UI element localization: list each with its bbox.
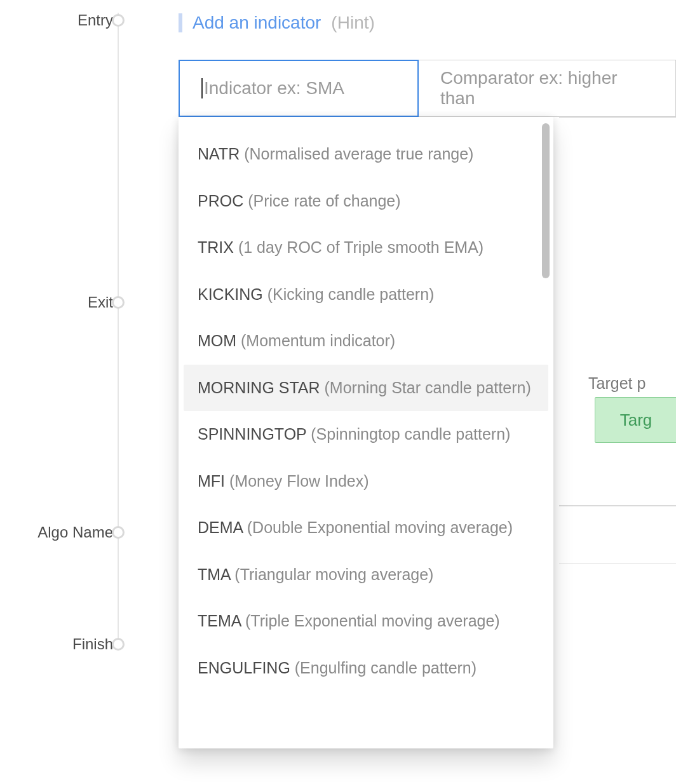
dropdown-item[interactable]: ENGULFING (Engulfing candle pattern)	[179, 645, 553, 692]
condition-inputs-row: Indicator ex: SMA Comparator ex: higher …	[179, 60, 676, 117]
indicator-code: NATR	[198, 145, 244, 163]
indicator-code: MFI	[198, 472, 229, 490]
indicator-description: (1 day ROC of Triple smooth EMA)	[238, 238, 483, 256]
indicator-description: (Money Flow Index)	[229, 472, 369, 490]
text-cursor	[201, 78, 203, 98]
indicator-code: DEMA	[198, 518, 247, 536]
scrollbar-thumb[interactable]	[542, 123, 550, 278]
divider-row	[559, 506, 676, 564]
dropdown-item[interactable]: MOM (Momentum indicator)	[179, 318, 553, 365]
step-finish-label: Finish	[72, 635, 113, 653]
indicator-description: (Momentum indicator)	[241, 332, 395, 349]
step-dot-icon	[112, 526, 125, 539]
dropdown-item[interactable]: MORNING STAR (Morning Star candle patter…	[184, 365, 548, 412]
step-dot-icon	[112, 14, 125, 27]
indicator-dropdown: NATR (Normalised average true range)PROC…	[179, 117, 553, 748]
dropdown-item[interactable]: MFI (Money Flow Index)	[179, 458, 553, 505]
step-dot-icon	[112, 638, 125, 651]
indicator-description: (Morning Star candle pattern)	[325, 379, 531, 396]
add-indicator-label: Add an indicator	[193, 13, 321, 33]
dropdown-item[interactable]: TEMA (Triple Exponential moving average)	[179, 598, 553, 645]
indicator-description: (Triple Exponential moving average)	[245, 612, 500, 630]
step-entry[interactable]: Entry	[0, 11, 127, 29]
dropdown-item[interactable]: TMA (Triangular moving average)	[179, 551, 553, 598]
indicator-description: (Engulfing candle pattern)	[295, 659, 477, 677]
indicator-code: TRIX	[198, 238, 238, 256]
entry-panel: Add an indicator (Hint) Indicator ex: SM…	[179, 9, 676, 117]
step-algo-name[interactable]: Algo Name	[0, 524, 127, 541]
target-label: Target p	[588, 374, 646, 393]
scrollbar-track[interactable]	[542, 123, 550, 746]
step-algo-label: Algo Name	[37, 524, 113, 541]
step-finish[interactable]: Finish	[0, 635, 127, 653]
target-button[interactable]: Targ	[595, 397, 676, 443]
indicator-description: (Double Exponential moving average)	[247, 518, 513, 536]
indicator-description: (Price rate of change)	[248, 192, 400, 210]
indicator-code: PROC	[198, 192, 248, 210]
accent-bar	[179, 13, 182, 32]
dropdown-item[interactable]: DEMA (Double Exponential moving average)	[179, 504, 553, 551]
dropdown-item[interactable]: KICKING (Kicking candle pattern)	[179, 271, 553, 318]
indicator-description: (Kicking candle pattern)	[267, 285, 435, 303]
add-indicator-header[interactable]: Add an indicator (Hint)	[179, 9, 676, 37]
step-dot-icon	[112, 296, 125, 309]
dropdown-item[interactable]: SPINNINGTOP (Spinningtop candle pattern)	[179, 411, 553, 458]
exit-target-panel: Target p Targ	[559, 117, 676, 506]
step-entry-label: Entry	[78, 11, 113, 29]
indicator-code: MORNING STAR	[198, 379, 325, 396]
add-indicator-hint: (Hint)	[331, 13, 374, 33]
dropdown-item[interactable]: NATR (Normalised average true range)	[179, 131, 553, 178]
step-exit[interactable]: Exit	[0, 294, 127, 311]
indicator-code: TEMA	[198, 612, 245, 630]
indicator-code: SPINNINGTOP	[198, 425, 311, 443]
indicator-placeholder: Indicator ex: SMA	[204, 78, 344, 98]
target-button-label: Targ	[620, 410, 652, 430]
dropdown-item[interactable]: TRIX (1 day ROC of Triple smooth EMA)	[179, 224, 553, 271]
step-exit-label: Exit	[88, 294, 113, 311]
comparator-input[interactable]: Comparator ex: higher than	[419, 60, 676, 117]
indicator-description: (Normalised average true range)	[244, 145, 473, 163]
indicator-dropdown-list[interactable]: NATR (Normalised average true range)PROC…	[179, 117, 553, 748]
dropdown-item[interactable]: PROC (Price rate of change)	[179, 178, 553, 225]
step-connector-line	[118, 13, 119, 639]
indicator-code: ENGULFING	[198, 659, 295, 677]
indicator-description: (Spinningtop candle pattern)	[311, 425, 510, 443]
indicator-description: (Triangular moving average)	[234, 565, 433, 583]
indicator-code: TMA	[198, 565, 234, 583]
indicator-code: KICKING	[198, 285, 267, 303]
comparator-placeholder: Comparator ex: higher than	[440, 68, 654, 109]
indicator-code: MOM	[198, 332, 241, 349]
indicator-input[interactable]: Indicator ex: SMA	[179, 60, 419, 117]
